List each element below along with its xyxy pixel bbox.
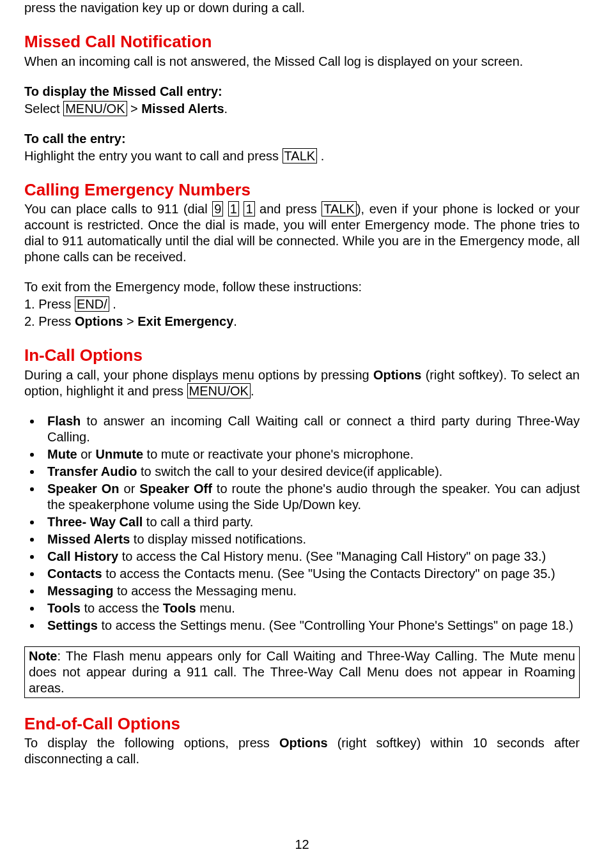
item-bold: Settings	[47, 618, 98, 632]
key-1: 1	[244, 201, 254, 217]
item-bold: Tools	[47, 601, 81, 615]
emergency-step-1: 1. Press END/ .	[24, 296, 580, 312]
list-item: Flash to answer an incoming Call Waiting…	[42, 413, 580, 445]
text: >	[123, 314, 137, 328]
text: >	[127, 102, 142, 116]
options-label: Options	[279, 736, 328, 750]
item-rest: to switch the call to your desired devic…	[137, 464, 442, 478]
heading-missed-call-notification: Missed Call Notification	[24, 31, 580, 52]
note-box: Note: The Flash menu appears only for Ca…	[24, 646, 580, 698]
key-1: 1	[228, 201, 239, 217]
item-rest: to access the Contacts menu. (See "Using…	[102, 567, 555, 581]
emergency-step-2: 2. Press Options > Exit Emergency.	[24, 314, 580, 330]
item-mid: to access the	[81, 601, 163, 615]
text: .	[224, 102, 228, 116]
heading-in-call-options: In-Call Options	[24, 345, 580, 366]
text: During a call, your phone displays menu …	[24, 368, 373, 382]
item-bold: Missed Alerts	[47, 532, 130, 546]
item-rest: to access the Settings menu. (See "Contr…	[98, 618, 573, 632]
endcall-paragraph: To display the following options, press …	[24, 735, 580, 767]
item-bold: Contacts	[47, 567, 102, 581]
text: .	[317, 149, 324, 163]
item-bold: Flash	[47, 414, 81, 428]
text: Highlight the entry you want to call and…	[24, 149, 283, 163]
document-page: press the navigation key up or down duri…	[0, 0, 604, 868]
item-bold2: Unmute	[96, 447, 143, 461]
text: and press	[255, 202, 322, 216]
item-rest: to access the Messaging menu.	[113, 584, 297, 598]
options-label: Options	[75, 314, 123, 328]
list-item: Three- Way Call to call a third party.	[42, 514, 580, 530]
note-body: : The Flash menu appears only for Call W…	[29, 649, 575, 695]
talk-key: TALK	[321, 201, 357, 217]
missed-intro: When an incoming call is not answered, t…	[24, 54, 580, 70]
text: 2. Press	[24, 314, 75, 328]
end-key: END/	[75, 296, 109, 312]
incall-options-list: Flash to answer an incoming Call Waiting…	[24, 413, 580, 634]
list-item: Transfer Audio to switch the call to you…	[42, 464, 580, 480]
item-bold2: Speaker Off	[139, 482, 212, 496]
list-item: Settings to access the Settings menu. (S…	[42, 618, 580, 634]
item-bold: Mute	[47, 447, 77, 461]
item-rest: to mute or reactivate your phone's micro…	[143, 447, 414, 461]
heading-end-of-call-options: End-of-Call Options	[24, 713, 580, 735]
list-item: Call History to access the Cal History m…	[42, 549, 580, 565]
incall-intro: During a call, your phone displays menu …	[24, 367, 580, 399]
call-entry-instruction: Highlight the entry you want to call and…	[24, 148, 580, 164]
list-item: Contacts to access the Contacts menu. (S…	[42, 566, 580, 582]
key-9: 9	[212, 201, 223, 217]
item-mid: or	[77, 447, 96, 461]
list-item: Missed Alerts to display missed notifica…	[42, 531, 580, 547]
item-bold: Call History	[47, 549, 118, 563]
item-bold: Speaker On	[47, 482, 120, 496]
emergency-exit-intro: To exit from the Emergency mode, follow …	[24, 279, 580, 295]
options-label: Options	[373, 368, 422, 382]
text: You can place calls to 911 (dial	[24, 202, 212, 216]
item-rest: to answer an incoming Call Waiting call …	[47, 414, 580, 444]
item-bold: Messaging	[47, 584, 113, 598]
text: .	[233, 314, 237, 328]
list-item: Speaker On or Speaker Off to route the p…	[42, 481, 580, 513]
text: 1. Press	[24, 297, 75, 311]
display-missed-instruction: Select MENU/OK > Missed Alerts.	[24, 101, 580, 117]
item-rest: to call a third party.	[143, 515, 253, 529]
text: .	[251, 384, 254, 398]
item-rest: to access the Cal History menu. (See "Ma…	[118, 549, 546, 563]
text: To display the following options, press	[24, 736, 279, 750]
text: .	[109, 297, 116, 311]
text: Select	[24, 102, 63, 116]
heading-calling-emergency: Calling Emergency Numbers	[24, 179, 580, 201]
emergency-paragraph: You can place calls to 911 (dial 9 1 1 a…	[24, 201, 580, 265]
note-label: Note	[29, 649, 57, 663]
talk-key: TALK	[283, 148, 318, 164]
list-item: Mute or Unmute to mute or reactivate you…	[42, 446, 580, 462]
item-mid: or	[120, 482, 140, 496]
menu-ok-key: MENU/OK	[187, 383, 251, 399]
page-number: 12	[0, 837, 604, 853]
list-item: Messaging to access the Messaging menu.	[42, 583, 580, 599]
item-bold: Three- Way Call	[47, 515, 143, 529]
exit-emergency-label: Exit Emergency	[137, 314, 233, 328]
subhead-display-missed-entry: To display the Missed Call entry:	[24, 84, 580, 100]
item-rest: to display missed notifications.	[130, 532, 306, 546]
item-rest: menu.	[196, 601, 235, 615]
item-bold2: Tools	[163, 601, 196, 615]
list-item: Tools to access the Tools menu.	[42, 600, 580, 616]
subhead-call-entry: To call the entry:	[24, 131, 580, 147]
missed-alerts-label: Missed Alerts	[141, 102, 224, 116]
menu-ok-key: MENU/OK	[63, 101, 127, 116]
item-bold: Transfer Audio	[47, 464, 137, 478]
continuation-line: press the navigation key up or down duri…	[24, 0, 580, 16]
